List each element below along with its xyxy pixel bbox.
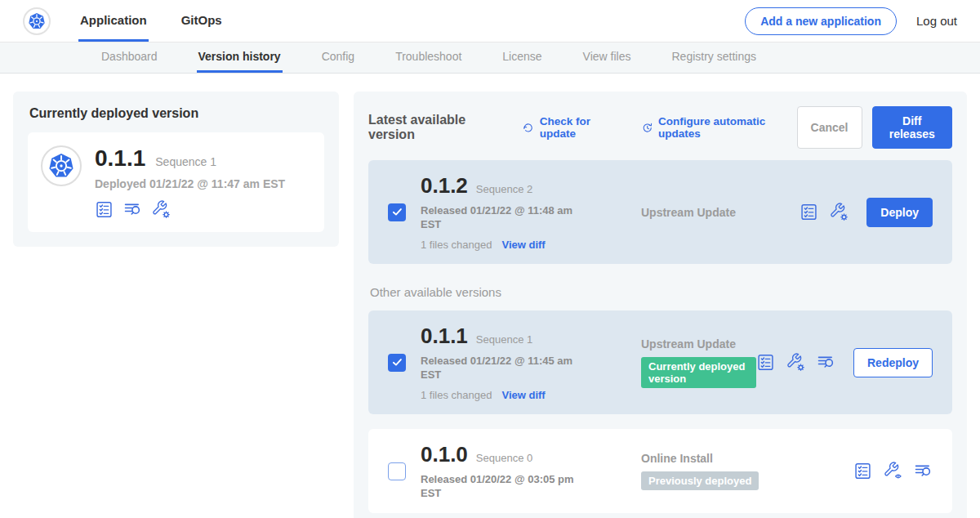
deployed-version-number: 0.1.1 bbox=[95, 145, 145, 172]
view-diff-link[interactable]: View diff bbox=[501, 239, 545, 251]
diff-releases-button[interactable]: Diff releases bbox=[872, 106, 953, 149]
deployed-sequence-label: Sequence 1 bbox=[155, 155, 216, 168]
version-source-label: Upstream Update bbox=[641, 206, 800, 219]
logout-link[interactable]: Log out bbox=[916, 14, 957, 28]
main-content: Currently deployed version 0.1.1 Sequenc… bbox=[0, 74, 980, 518]
deploy-button[interactable]: Deploy bbox=[866, 198, 933, 227]
sequence-label: Sequence 2 bbox=[476, 183, 532, 195]
deploy-logs-icon[interactable] bbox=[817, 353, 835, 372]
other-available-versions-title: Other available versions bbox=[370, 285, 952, 299]
subnav-dashboard[interactable]: Dashboard bbox=[100, 42, 159, 73]
subnav-license[interactable]: License bbox=[501, 42, 543, 73]
config-icon[interactable] bbox=[830, 203, 849, 221]
latest-version-title: Latest available version bbox=[368, 113, 502, 142]
sequence-label: Sequence 1 bbox=[476, 333, 532, 346]
version-source-label: Online Install bbox=[641, 452, 853, 465]
version-number: 0.1.2 bbox=[421, 173, 468, 199]
view-diff-link[interactable]: View diff bbox=[501, 389, 545, 401]
previously-deployed-badge: Previously deployed bbox=[641, 471, 759, 490]
version-checkbox[interactable] bbox=[388, 354, 406, 372]
deploy-logs-icon[interactable] bbox=[123, 200, 142, 219]
subnav-registry-settings[interactable]: Registry settings bbox=[670, 42, 757, 73]
version-row: 0.1.2 Sequence 2 Released 01/21/22 @ 11:… bbox=[368, 160, 952, 264]
config-icon[interactable] bbox=[786, 353, 805, 372]
app-kubernetes-icon bbox=[41, 145, 82, 186]
config-icon[interactable] bbox=[152, 200, 171, 219]
topnav-right: Add a new application Log out bbox=[745, 0, 957, 42]
release-notes-icon[interactable] bbox=[95, 200, 114, 219]
top-navbar: Application GitOps Add a new application… bbox=[0, 0, 980, 42]
released-timestamp: Released 01/21/22 @ 11:48 am EST bbox=[421, 203, 581, 231]
subnav-troubleshoot[interactable]: Troubleshoot bbox=[394, 42, 463, 73]
version-source-label: Upstream Update bbox=[641, 337, 756, 351]
version-checkbox[interactable] bbox=[388, 462, 406, 480]
release-notes-icon[interactable] bbox=[756, 353, 775, 372]
currently-deployed-badge: Currently deployed version bbox=[641, 357, 756, 388]
version-row: 0.1.1 Sequence 1 Released 01/21/22 @ 11:… bbox=[368, 310, 952, 414]
currently-deployed-card: 0.1.1 Sequence 1 Deployed 01/21/22 @ 11:… bbox=[28, 132, 324, 232]
top-nav-tabs: Application GitOps bbox=[78, 0, 224, 42]
currently-deployed-title: Currently deployed version bbox=[28, 106, 324, 121]
sequence-label: Sequence 0 bbox=[476, 452, 532, 464]
redeploy-button[interactable]: Redeploy bbox=[853, 348, 933, 377]
config-view-icon[interactable] bbox=[884, 462, 902, 480]
subnav-view-files[interactable]: View files bbox=[581, 42, 633, 73]
version-number: 0.1.0 bbox=[421, 442, 468, 467]
cancel-button[interactable]: Cancel bbox=[797, 106, 862, 149]
version-history-panel: Latest available version Check for updat… bbox=[354, 92, 967, 518]
release-notes-icon[interactable] bbox=[800, 203, 818, 221]
configure-automatic-updates-link[interactable]: Configure automatic updates bbox=[641, 115, 797, 140]
refresh-icon bbox=[522, 121, 534, 135]
deploy-logs-icon[interactable] bbox=[914, 462, 933, 480]
subnav-version-history[interactable]: Version history bbox=[197, 42, 283, 73]
files-changed-label: 1 files changed bbox=[421, 239, 492, 251]
auto-update-clock-icon bbox=[641, 121, 653, 135]
deployed-timestamp: Deployed 01/21/22 @ 11:47 am EST bbox=[95, 177, 285, 190]
released-timestamp: Released 01/21/22 @ 11:45 am EST bbox=[421, 354, 581, 382]
tab-gitops[interactable]: GitOps bbox=[180, 0, 224, 42]
add-new-application-button[interactable]: Add a new application bbox=[745, 7, 897, 35]
tab-application[interactable]: Application bbox=[78, 0, 149, 42]
release-notes-icon[interactable] bbox=[853, 462, 872, 480]
app-subnav: Dashboard Version history Config Trouble… bbox=[0, 42, 980, 74]
subnav-config[interactable]: Config bbox=[320, 42, 356, 73]
version-row: 0.1.0 Sequence 0 Released 01/20/22 @ 03:… bbox=[368, 429, 952, 513]
files-changed-label: 1 files changed bbox=[421, 389, 492, 401]
version-checkbox[interactable] bbox=[388, 203, 406, 221]
kubernetes-logo bbox=[23, 7, 51, 35]
released-timestamp: Released 01/20/22 @ 03:05 pm EST bbox=[421, 472, 581, 500]
currently-deployed-panel: Currently deployed version 0.1.1 Sequenc… bbox=[13, 92, 339, 247]
check-for-update-link[interactable]: Check for update bbox=[522, 115, 621, 140]
latest-version-header: Latest available version Check for updat… bbox=[368, 106, 952, 149]
version-number: 0.1.1 bbox=[421, 324, 468, 349]
